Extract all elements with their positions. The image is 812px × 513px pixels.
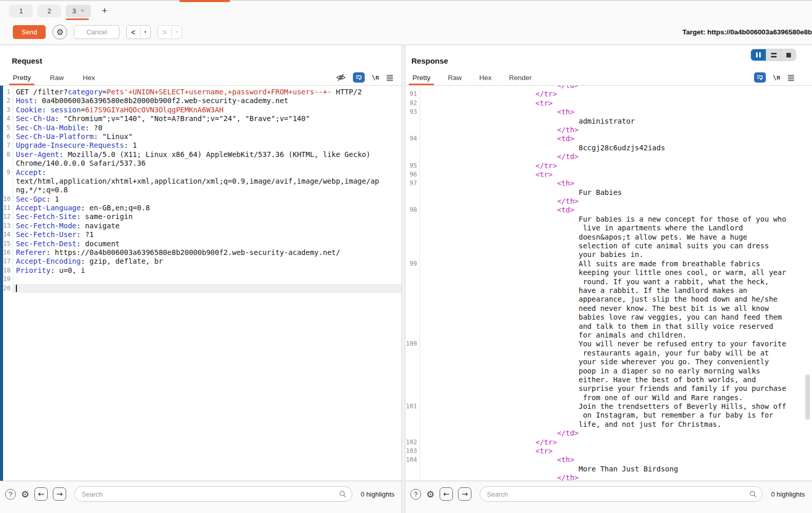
request-tab-raw[interactable]: Raw (49, 71, 65, 85)
send-settings-button[interactable]: ⚙ (52, 25, 67, 40)
nonprintable-chars-icon[interactable]: \n (372, 74, 379, 81)
code-line[interactable]: text/html,application/xhtml+xml,applicat… (13, 177, 402, 186)
response-scrollbar-thumb[interactable] (805, 374, 810, 420)
response-editor[interactable]: </td>91 </tr>92 <tr>93 <th> administrato… (405, 86, 812, 481)
code-line[interactable]: Sec-Fetch-Dest: document (13, 240, 402, 248)
response-panel-title: Response (411, 56, 448, 65)
code-line[interactable]: Sec-Fetch-Mode: navigate (13, 222, 402, 230)
code-line[interactable]: Accept: (13, 168, 402, 177)
code-row[interactable]: 10Sec-Gpc: 1 (3, 195, 402, 204)
search-settings-gear-icon[interactable]: ⚙ (426, 489, 434, 500)
editor-menu-icon[interactable] (787, 74, 795, 81)
code-line[interactable]: Referer: https://0a4b006003a6396580e8b20… (13, 248, 402, 257)
request-editor[interactable]: 1GET /filter?category=Pets'+UNION+SELECT… (0, 86, 402, 481)
code-row[interactable]: 12Sec-Fetch-Site: same-origin (3, 212, 402, 221)
request-tab-hex[interactable]: Hex (82, 71, 96, 85)
response-search-input[interactable] (480, 486, 763, 502)
forward-history-button[interactable]: > ▼ (157, 25, 182, 39)
code-line[interactable]: Chrome/140.0.0.0 Safari/537.36 (13, 159, 402, 168)
gear-icon: ⚙ (56, 28, 64, 36)
code-line[interactable]: Accept-Language: en-GB,en;q=0.8 (13, 204, 402, 212)
code-row[interactable]: Chrome/140.0.0.0 Safari/537.36 (3, 159, 402, 168)
code-row[interactable]: 3Cookie: session=6i7S9GIYaHQOcOVN3OlqgPE… (3, 106, 402, 114)
code-line[interactable]: ng,*/*;q=0.8 (13, 186, 402, 194)
layout-single-button[interactable] (781, 49, 796, 61)
code-row[interactable]: 6Sec-Ch-Ua-Platform: "Linux" (3, 132, 402, 141)
repeater-tab-2[interactable]: 2 (37, 5, 61, 17)
code-row[interactable]: 17Accept-Encoding: gzip, deflate, br (3, 257, 402, 266)
code-line[interactable]: Sec-Ch-Ua: "Chromium";v="140", "Not=A?Br… (13, 114, 402, 123)
syntax-highlight-icon[interactable] (754, 72, 766, 83)
code-row[interactable]: 16Referer: https://0a4b006003a6396580e8b… (3, 248, 402, 257)
code-row[interactable]: 20 (3, 284, 402, 293)
code-line[interactable]: Host: 0a4b006003a6396580e8b20000b900f2.w… (13, 96, 402, 105)
code-row[interactable]: 1GET /filter?category=Pets'+UNION+SELECT… (3, 88, 402, 96)
cancel-button[interactable]: Cancel (74, 25, 119, 39)
help-icon[interactable]: ? (410, 489, 421, 500)
next-match-button[interactable]: → (53, 487, 66, 501)
code-line[interactable]: Sec-Fetch-User: ?1 (13, 230, 402, 239)
code-row[interactable]: 5Sec-Ch-Ua-Mobile: ?0 (3, 124, 402, 132)
code-line[interactable]: Sec-Fetch-Site: same-origin (13, 212, 402, 221)
code-line: <th> (420, 108, 812, 116)
request-tab-pretty[interactable]: Pretty (12, 71, 32, 85)
line-number: 99 (405, 260, 420, 268)
code-row[interactable]: 15Sec-Fetch-Dest: document (3, 240, 402, 248)
line-number: 5 (3, 124, 13, 132)
send-button[interactable]: Send (13, 25, 46, 39)
code-line[interactable] (13, 284, 402, 293)
code-row[interactable]: text/html,application/xhtml+xml,applicat… (3, 177, 402, 186)
code-row[interactable]: 4Sec-Ch-Ua: "Chromium";v="140", "Not=A?B… (3, 114, 402, 123)
code-line[interactable]: Priority: u=0, i (13, 266, 402, 275)
layout-columns-button[interactable] (751, 49, 766, 61)
highlights-count: 0 highlights (361, 490, 394, 498)
previous-match-button[interactable]: ← (34, 487, 48, 501)
response-tab-raw[interactable]: Raw (447, 71, 463, 85)
code-line[interactable] (13, 275, 402, 284)
help-icon[interactable]: ? (5, 489, 16, 500)
next-match-button[interactable]: → (458, 487, 471, 501)
code-row[interactable]: 18Priority: u=0, i (3, 266, 402, 275)
code-row[interactable]: 9Accept: (3, 168, 402, 177)
code-line[interactable]: Upgrade-Insecure-Requests: 1 (13, 141, 402, 150)
editor-menu-icon[interactable] (386, 74, 393, 81)
code-line[interactable]: Sec-Ch-Ua-Platform: "Linux" (13, 132, 402, 141)
layout-rows-button[interactable] (766, 49, 781, 61)
line-number: 6 (3, 132, 13, 141)
code-line[interactable]: GET /filter?category=Pets'+UNION+SELECT+… (13, 88, 402, 96)
close-tab-icon[interactable]: × (81, 7, 84, 14)
code-row[interactable]: 14Sec-Fetch-User: ?1 (3, 230, 402, 239)
code-line[interactable]: Sec-Ch-Ua-Mobile: ?0 (13, 124, 402, 132)
code-row[interactable]: 8User-Agent: Mozilla/5.0 (X11; Linux x86… (3, 150, 402, 159)
code-line[interactable]: User-Agent: Mozilla/5.0 (X11; Linux x86_… (13, 150, 402, 159)
previous-match-button[interactable]: ← (440, 487, 453, 501)
code-line: </td> (420, 86, 812, 90)
response-tab-hex[interactable]: Hex (478, 71, 492, 85)
request-search-input[interactable] (74, 486, 352, 502)
code-line[interactable]: Accept-Encoding: gzip, deflate, br (13, 257, 402, 266)
repeater-tab-3[interactable]: 3 × (66, 5, 91, 17)
code-row[interactable]: ng,*/*;q=0.8 (3, 186, 402, 194)
code-row[interactable]: 11Accept-Language: en-GB,en;q=0.8 (3, 204, 402, 212)
chevron-down-icon[interactable]: ▼ (141, 30, 150, 34)
code-row[interactable]: 13Sec-Fetch-Mode: navigate (3, 222, 402, 230)
syntax-highlight-icon[interactable] (353, 72, 365, 83)
search-icon (339, 490, 346, 500)
nonprintable-chars-icon[interactable]: \n (773, 74, 780, 81)
code-row[interactable]: 19 (3, 275, 402, 284)
add-tab-button[interactable]: + (100, 5, 109, 16)
response-tab-pretty[interactable]: Pretty (411, 71, 431, 85)
read-only-eye-slash-icon[interactable] (336, 73, 346, 82)
code-line[interactable]: Cookie: session=6i7S9GIYaHQOcOVN3OlqgPEM… (13, 106, 402, 114)
line-number: 102 (405, 438, 420, 447)
repeater-tab-1[interactable]: 1 (9, 5, 33, 17)
code-row[interactable]: 7Upgrade-Insecure-Requests: 1 (3, 141, 402, 150)
search-settings-gear-icon[interactable]: ⚙ (21, 489, 29, 500)
chevron-down-icon[interactable]: ▼ (172, 30, 182, 34)
code-line: </td> (420, 152, 812, 161)
code-row[interactable]: 2Host: 0a4b006003a6396580e8b20000b900f2.… (3, 96, 402, 105)
code-line[interactable]: Sec-Gpc: 1 (13, 195, 402, 204)
response-tab-render[interactable]: Render (508, 71, 532, 85)
back-history-button[interactable]: < ▼ (126, 25, 151, 39)
code-line: and talk to them in that silly voice res… (420, 322, 812, 331)
